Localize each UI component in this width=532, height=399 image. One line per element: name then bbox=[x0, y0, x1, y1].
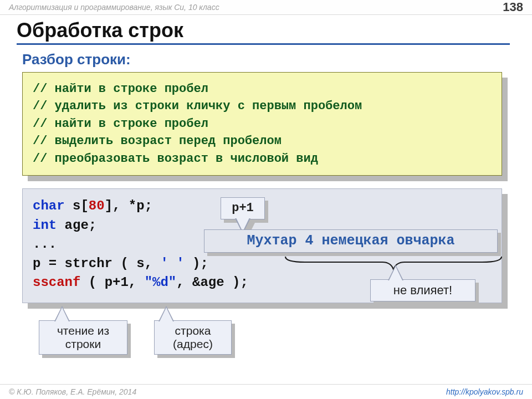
code-line: p = strchr ( s, ' ' ); bbox=[33, 256, 208, 271]
comments-box: // найти в строке пробел // удалить из с… bbox=[22, 72, 502, 176]
callout-no-effect: не влияет! bbox=[370, 279, 475, 301]
code-line: int age; bbox=[33, 218, 96, 233]
breadcrumb: Алгоритмизация и программирование, язык … bbox=[9, 3, 219, 12]
subtitle: Разбор строки: bbox=[22, 51, 131, 68]
copyright: © К.Ю. Поляков, Е.А. Ерёмин, 2014 bbox=[9, 387, 136, 396]
title-underline bbox=[17, 43, 510, 45]
slide: Алгоритмизация и программирование, язык … bbox=[0, 0, 532, 399]
comment-line: // найти в строке пробел bbox=[33, 115, 492, 132]
page-title: Обработка строк bbox=[17, 19, 183, 42]
footer-url: http://kpolyakov.spb.ru bbox=[446, 387, 523, 396]
callout-pplus1: p+1 bbox=[221, 197, 265, 219]
code-line: char s[80], *p; bbox=[33, 198, 152, 213]
code-line: sscanf ( p+1, "%d", &age ); bbox=[33, 275, 248, 290]
page-number: 138 bbox=[503, 0, 523, 14]
bottom-bar: © К.Ю. Поляков, Е.А. Ерёмин, 2014 http:/… bbox=[0, 384, 532, 399]
callout-example-string: Мухтар 4 немецкая овчарка bbox=[204, 229, 498, 253]
comment-line: // выделить возраст перед пробелом bbox=[33, 132, 492, 150]
callout-string-address: строка (адрес) bbox=[154, 320, 232, 355]
callout-read-from-string: чтение из строки bbox=[39, 320, 127, 355]
top-bar: Алгоритмизация и программирование, язык … bbox=[0, 0, 532, 15]
code-line: ... bbox=[33, 237, 57, 252]
comment-line: // преобразовать возраст в числовой вид bbox=[33, 150, 492, 167]
comment-line: // удалить из строки кличку с первым про… bbox=[33, 98, 492, 115]
comment-line: // найти в строке пробел bbox=[33, 80, 492, 98]
